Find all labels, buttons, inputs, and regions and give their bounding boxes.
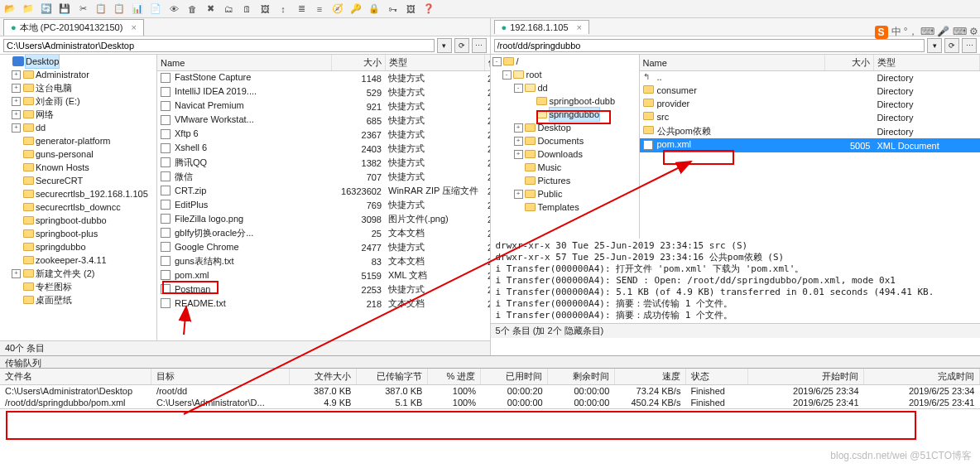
toolbar-button[interactable]: 🔄 [40, 2, 53, 16]
local-up-button[interactable]: ⋯ [472, 38, 487, 53]
toolbar-button[interactable]: 📊 [131, 2, 144, 16]
tree-item[interactable]: Music [491, 161, 639, 174]
list-item[interactable]: 腾讯QQ1382快捷方式20 [157, 156, 490, 170]
expand-icon[interactable]: + [12, 97, 21, 106]
tree-item[interactable]: springboot-dubbo [0, 214, 156, 227]
toolbar-button[interactable]: 📁 [22, 2, 35, 16]
tree-item[interactable]: springdubbo [491, 108, 639, 121]
list-item[interactable]: 公共pom依赖Directory [640, 124, 980, 138]
list-item[interactable]: CRT.zip16323602WinRAR ZIP 压缩文件20 [157, 184, 490, 198]
tree-item[interactable]: -/ [491, 55, 639, 68]
toolbar-button[interactable]: 📋 [113, 2, 126, 16]
toolbar-button[interactable]: 💾 [58, 2, 71, 16]
list-item[interactable]: EditPlus769快捷方式20 [157, 198, 490, 212]
toolbar-button[interactable]: 📋 [94, 2, 108, 16]
local-tree[interactable]: Desktop+Administrator+这台电脑+刘金雨 (E:)+网络+d… [0, 55, 157, 340]
tree-item[interactable]: Known Hosts [0, 161, 156, 174]
list-item[interactable]: guns表结构.txt83文本文档20 [157, 254, 490, 268]
col-dest[interactable]: 目标 [151, 369, 290, 385]
col-rem[interactable]: 剩余时间 [548, 369, 615, 385]
col-end[interactable]: 完成时间 [864, 369, 980, 385]
tree-item[interactable]: 桌面壁纸 [0, 293, 156, 306]
list-item[interactable]: ↰..Directory [640, 71, 980, 85]
tree-item[interactable]: springdubbo [0, 240, 156, 253]
list-item[interactable]: Google Chrome2477快捷方式20 [157, 240, 490, 254]
transfer-queue[interactable]: 文件名 目标 文件大小 已传输字节 % 进度 已用时间 剩余时间 速度 状态 开… [0, 369, 980, 409]
expand-icon[interactable]: - [514, 84, 523, 93]
toolbar-button[interactable]: ≣ [295, 2, 308, 16]
col-name[interactable]: Name [640, 55, 825, 71]
local-file-list[interactable]: Name 大小 类型 修 FastStone Capture1148快捷方式20… [157, 55, 490, 340]
col-name[interactable]: Name [157, 55, 331, 71]
tree-item[interactable]: SecureCRT [0, 174, 156, 187]
tree-item[interactable]: springboot-dubb [491, 94, 639, 108]
tree-item[interactable]: guns-personal [0, 147, 156, 161]
toolbar-button[interactable]: ≡ [313, 2, 326, 16]
col-state[interactable]: 状态 [685, 369, 747, 385]
list-item[interactable]: 微信707快捷方式20 [157, 170, 490, 184]
col-type[interactable]: 类型 [873, 55, 979, 71]
local-path-dropdown[interactable]: ▾ [437, 38, 452, 53]
col-file[interactable]: 文件名 [0, 369, 151, 385]
tree-item[interactable]: zookeeper-3.4.11 [0, 253, 156, 267]
expand-icon[interactable]: - [492, 57, 502, 66]
toolbar-button[interactable]: 🗑 [185, 2, 199, 16]
toolbar-button[interactable]: 👁 [167, 2, 180, 16]
list-item[interactable]: README.txt218文本文档20 [157, 297, 490, 311]
col-type[interactable]: 类型 [385, 55, 484, 71]
tree-item[interactable]: +网络 [0, 108, 156, 121]
tree-item[interactable]: +Administrator [0, 68, 156, 81]
list-item[interactable]: pom.xml5005XML Document [640, 138, 980, 152]
expand-icon[interactable]: + [514, 150, 523, 159]
toolbar-button[interactable]: ✖ [204, 2, 217, 16]
close-icon[interactable]: × [577, 22, 582, 32]
expand-icon[interactable]: + [12, 110, 21, 119]
expand-icon[interactable]: - [502, 70, 512, 80]
remote-path-input[interactable] [494, 39, 925, 52]
toolbar-button[interactable]: ↕ [276, 2, 290, 16]
close-icon[interactable]: × [131, 22, 136, 32]
list-item[interactable]: Xshell 62403快捷方式20 [157, 142, 490, 156]
col-elapsed[interactable]: 已用时间 [481, 369, 548, 385]
tree-item[interactable]: +刘金雨 (E:) [0, 94, 156, 108]
local-path-input[interactable] [3, 39, 435, 52]
expand-icon[interactable]: + [12, 123, 21, 133]
list-item[interactable]: FileZilla logo.png3098图片文件(.png)20 [157, 212, 490, 226]
tree-item[interactable]: securecrtlsb_downcc [0, 200, 156, 214]
expand-icon[interactable]: + [514, 123, 523, 133]
list-item[interactable]: Navicat Premium921快捷方式20 [157, 99, 490, 113]
remote-log[interactable]: drwxr-xr-x 30 Tue 25-Jun-2019 23:34:15 s… [491, 239, 981, 323]
tree-item[interactable]: +这台电脑 [0, 81, 156, 94]
tree-item[interactable]: +Documents [491, 134, 639, 147]
col-pct[interactable]: % 进度 [427, 369, 481, 385]
toolbar-button[interactable]: 🖼 [258, 2, 271, 16]
toolbar-button[interactable]: 🗂 [222, 2, 235, 16]
toolbar-button[interactable]: ✂ [76, 2, 89, 16]
expand-icon[interactable]: + [12, 70, 21, 80]
remote-tab[interactable]: ●192.168.1.105× [494, 20, 589, 34]
toolbar-button[interactable]: 📂 [3, 2, 17, 16]
local-tab[interactable]: ●本地 (PC-201904132150)× [3, 19, 144, 36]
transfer-row[interactable]: C:\Users\Administrator\Desktop/root/dd38… [0, 385, 980, 398]
expand-icon[interactable]: + [514, 190, 523, 199]
list-item[interactable]: srcDirectory [640, 111, 980, 124]
list-item[interactable]: consumerDirectory [640, 84, 980, 98]
tree-item[interactable]: +Public [491, 187, 639, 200]
col-size[interactable]: 大小 [331, 55, 385, 71]
tree-item[interactable]: +Downloads [491, 147, 639, 161]
list-item[interactable]: providerDirectory [640, 98, 980, 111]
tree-item[interactable]: +dd [0, 121, 156, 134]
list-item[interactable]: Postman2253快捷方式20 [157, 282, 490, 297]
expand-icon[interactable]: + [12, 269, 21, 278]
list-item[interactable]: pom.xml5159XML 文档20 [157, 268, 490, 282]
local-refresh-button[interactable]: ⟳ [454, 38, 469, 53]
tree-item[interactable]: Desktop [0, 55, 156, 68]
expand-icon[interactable]: + [514, 137, 523, 146]
remote-refresh-button[interactable]: ⟳ [944, 38, 959, 53]
expand-icon[interactable]: + [12, 84, 21, 93]
tree-item[interactable]: Pictures [491, 174, 639, 187]
col-size[interactable]: 大小 [825, 55, 874, 71]
list-item[interactable]: Xftp 62367快捷方式20 [157, 128, 490, 142]
remote-file-list[interactable]: Name 大小 类型 ↰..DirectoryconsumerDirectory… [640, 55, 981, 239]
tree-item[interactable]: Templates [491, 200, 639, 214]
